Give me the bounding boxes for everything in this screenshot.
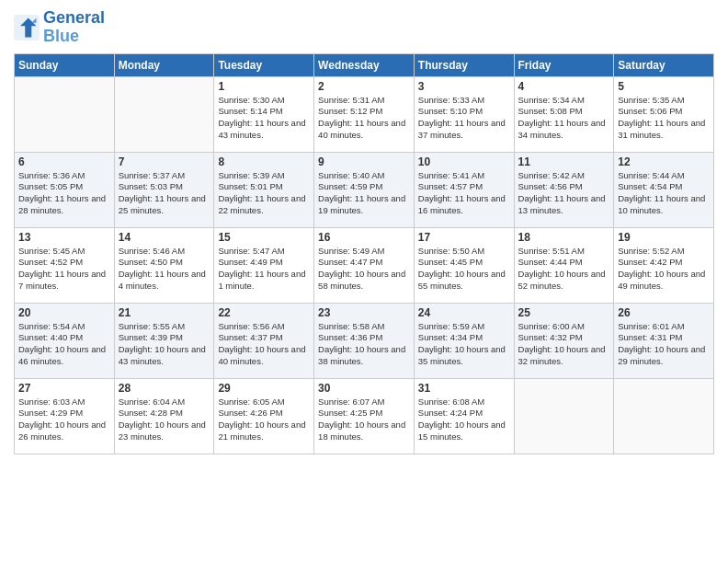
day-header-wednesday: Wednesday: [314, 53, 415, 76]
calendar-week-5: 27Sunrise: 6:03 AM Sunset: 4:29 PM Dayli…: [15, 378, 714, 454]
day-header-saturday: Saturday: [614, 53, 714, 76]
day-info: Sunrise: 6:04 AM Sunset: 4:28 PM Dayligh…: [119, 396, 210, 443]
day-number: 20: [18, 306, 110, 319]
day-info: Sunrise: 5:47 AM Sunset: 4:49 PM Dayligh…: [218, 246, 310, 293]
calendar-cell: 5Sunrise: 5:35 AM Sunset: 5:06 PM Daylig…: [614, 76, 714, 152]
calendar-cell: [614, 378, 714, 454]
calendar-cell: 23Sunrise: 5:58 AM Sunset: 4:36 PM Dayli…: [314, 303, 415, 378]
day-info: Sunrise: 5:52 AM Sunset: 4:42 PM Dayligh…: [618, 246, 710, 293]
day-number: 5: [618, 80, 710, 93]
day-number: 14: [119, 231, 210, 244]
day-info: Sunrise: 6:08 AM Sunset: 4:24 PM Dayligh…: [418, 396, 510, 443]
day-info: Sunrise: 5:49 AM Sunset: 4:47 PM Dayligh…: [318, 246, 410, 293]
day-number: 21: [119, 306, 210, 319]
day-info: Sunrise: 5:36 AM Sunset: 5:05 PM Dayligh…: [18, 170, 110, 217]
day-info: Sunrise: 5:46 AM Sunset: 4:50 PM Dayligh…: [119, 246, 210, 293]
calendar-cell: 29Sunrise: 6:05 AM Sunset: 4:26 PM Dayli…: [214, 378, 314, 454]
calendar-cell: 8Sunrise: 5:39 AM Sunset: 5:01 PM Daylig…: [214, 152, 314, 227]
calendar-week-4: 20Sunrise: 5:54 AM Sunset: 4:40 PM Dayli…: [15, 303, 714, 378]
day-number: 27: [18, 382, 110, 395]
logo: General Blue: [14, 9, 105, 46]
calendar-week-2: 6Sunrise: 5:36 AM Sunset: 5:05 PM Daylig…: [15, 152, 714, 227]
calendar-cell: [514, 378, 614, 454]
day-info: Sunrise: 6:05 AM Sunset: 4:26 PM Dayligh…: [218, 396, 310, 443]
day-number: 11: [518, 155, 610, 168]
day-number: 10: [418, 155, 510, 168]
calendar-cell: 4Sunrise: 5:34 AM Sunset: 5:08 PM Daylig…: [514, 76, 614, 152]
day-number: 25: [518, 306, 610, 319]
day-info: Sunrise: 5:45 AM Sunset: 4:52 PM Dayligh…: [18, 246, 110, 293]
day-number: 31: [418, 382, 510, 395]
calendar-header-row: SundayMondayTuesdayWednesdayThursdayFrid…: [15, 53, 714, 76]
day-info: Sunrise: 6:03 AM Sunset: 4:29 PM Dayligh…: [18, 396, 110, 443]
day-number: 1: [218, 80, 310, 93]
day-number: 17: [418, 231, 510, 244]
logo-icon: [14, 15, 40, 40]
day-info: Sunrise: 5:56 AM Sunset: 4:37 PM Dayligh…: [218, 321, 310, 368]
day-info: Sunrise: 5:55 AM Sunset: 4:39 PM Dayligh…: [119, 321, 210, 368]
day-header-sunday: Sunday: [15, 53, 115, 76]
page: General Blue SundayMondayTuesdayWednesda…: [0, 0, 728, 563]
day-info: Sunrise: 5:35 AM Sunset: 5:06 PM Dayligh…: [618, 95, 710, 142]
calendar-cell: 2Sunrise: 5:31 AM Sunset: 5:12 PM Daylig…: [314, 76, 415, 152]
calendar-cell: 14Sunrise: 5:46 AM Sunset: 4:50 PM Dayli…: [114, 227, 214, 303]
day-number: 9: [318, 155, 410, 168]
calendar: SundayMondayTuesdayWednesdayThursdayFrid…: [14, 53, 714, 454]
day-info: Sunrise: 5:51 AM Sunset: 4:44 PM Dayligh…: [518, 246, 610, 293]
day-info: Sunrise: 5:34 AM Sunset: 5:08 PM Dayligh…: [518, 95, 610, 142]
day-number: 7: [119, 155, 210, 168]
calendar-cell: 31Sunrise: 6:08 AM Sunset: 4:24 PM Dayli…: [414, 378, 514, 454]
day-header-thursday: Thursday: [414, 53, 514, 76]
calendar-cell: 18Sunrise: 5:51 AM Sunset: 4:44 PM Dayli…: [514, 227, 614, 303]
calendar-cell: 25Sunrise: 6:00 AM Sunset: 4:32 PM Dayli…: [514, 303, 614, 378]
calendar-cell: 11Sunrise: 5:42 AM Sunset: 4:56 PM Dayli…: [514, 152, 614, 227]
calendar-cell: 30Sunrise: 6:07 AM Sunset: 4:25 PM Dayli…: [314, 378, 415, 454]
day-info: Sunrise: 5:54 AM Sunset: 4:40 PM Dayligh…: [18, 321, 110, 368]
calendar-cell: [15, 76, 115, 152]
day-number: 3: [418, 80, 510, 93]
day-number: 22: [218, 306, 310, 319]
day-number: 2: [318, 80, 410, 93]
day-info: Sunrise: 5:44 AM Sunset: 4:54 PM Dayligh…: [618, 170, 710, 217]
calendar-cell: 7Sunrise: 5:37 AM Sunset: 5:03 PM Daylig…: [114, 152, 214, 227]
day-header-friday: Friday: [514, 53, 614, 76]
day-info: Sunrise: 5:41 AM Sunset: 4:57 PM Dayligh…: [418, 170, 510, 217]
day-number: 12: [618, 155, 710, 168]
calendar-cell: 24Sunrise: 5:59 AM Sunset: 4:34 PM Dayli…: [414, 303, 514, 378]
day-info: Sunrise: 5:37 AM Sunset: 5:03 PM Dayligh…: [119, 170, 210, 217]
day-number: 29: [218, 382, 310, 395]
day-info: Sunrise: 5:50 AM Sunset: 4:45 PM Dayligh…: [418, 246, 510, 293]
calendar-cell: 19Sunrise: 5:52 AM Sunset: 4:42 PM Dayli…: [614, 227, 714, 303]
day-header-tuesday: Tuesday: [214, 53, 314, 76]
day-info: Sunrise: 6:01 AM Sunset: 4:31 PM Dayligh…: [618, 321, 710, 368]
calendar-cell: 20Sunrise: 5:54 AM Sunset: 4:40 PM Dayli…: [15, 303, 115, 378]
day-number: 30: [318, 382, 410, 395]
day-info: Sunrise: 6:00 AM Sunset: 4:32 PM Dayligh…: [518, 321, 610, 368]
day-info: Sunrise: 5:33 AM Sunset: 5:10 PM Dayligh…: [418, 95, 510, 142]
day-number: 18: [518, 231, 610, 244]
day-header-monday: Monday: [114, 53, 214, 76]
day-number: 4: [518, 80, 610, 93]
calendar-cell: 6Sunrise: 5:36 AM Sunset: 5:05 PM Daylig…: [15, 152, 115, 227]
calendar-week-3: 13Sunrise: 5:45 AM Sunset: 4:52 PM Dayli…: [15, 227, 714, 303]
day-number: 28: [119, 382, 210, 395]
calendar-cell: 15Sunrise: 5:47 AM Sunset: 4:49 PM Dayli…: [214, 227, 314, 303]
calendar-cell: 10Sunrise: 5:41 AM Sunset: 4:57 PM Dayli…: [414, 152, 514, 227]
day-number: 26: [618, 306, 710, 319]
day-info: Sunrise: 5:42 AM Sunset: 4:56 PM Dayligh…: [518, 170, 610, 217]
calendar-cell: 21Sunrise: 5:55 AM Sunset: 4:39 PM Dayli…: [114, 303, 214, 378]
day-number: 16: [318, 231, 410, 244]
day-number: 19: [618, 231, 710, 244]
calendar-cell: 22Sunrise: 5:56 AM Sunset: 4:37 PM Dayli…: [214, 303, 314, 378]
day-number: 6: [18, 155, 110, 168]
day-info: Sunrise: 5:59 AM Sunset: 4:34 PM Dayligh…: [418, 321, 510, 368]
day-info: Sunrise: 5:30 AM Sunset: 5:14 PM Dayligh…: [218, 95, 310, 142]
day-number: 23: [318, 306, 410, 319]
calendar-cell: 27Sunrise: 6:03 AM Sunset: 4:29 PM Dayli…: [15, 378, 115, 454]
logo-line2: Blue: [43, 28, 105, 46]
calendar-cell: 13Sunrise: 5:45 AM Sunset: 4:52 PM Dayli…: [15, 227, 115, 303]
day-number: 15: [218, 231, 310, 244]
calendar-cell: 26Sunrise: 6:01 AM Sunset: 4:31 PM Dayli…: [614, 303, 714, 378]
calendar-cell: 16Sunrise: 5:49 AM Sunset: 4:47 PM Dayli…: [314, 227, 415, 303]
calendar-cell: [114, 76, 214, 152]
